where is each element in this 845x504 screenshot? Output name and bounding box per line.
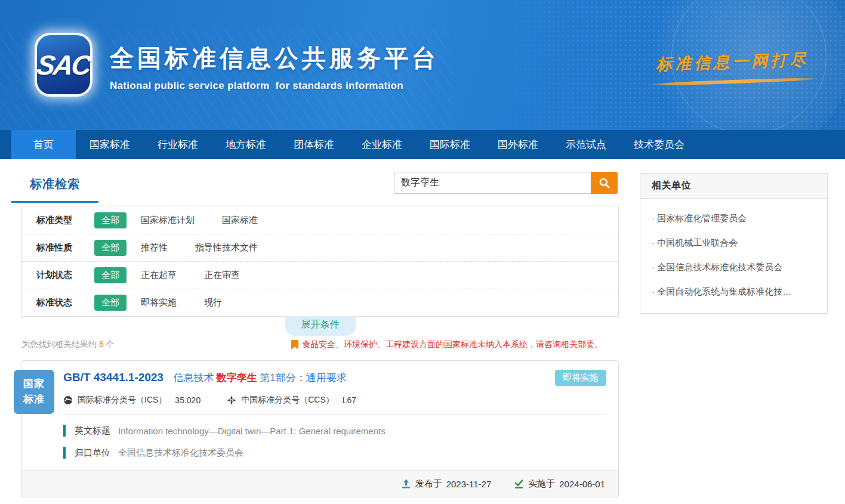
filter-option[interactable]: 指导性技术文件: [195, 242, 258, 253]
ics-value: 35.020: [175, 395, 201, 405]
result-count: 为您找到相关结果约 6 个: [21, 339, 115, 350]
ccs-label: 中国标准分类号（CCS）: [241, 395, 334, 406]
nav-item-2[interactable]: 国家标准: [76, 130, 144, 159]
nav-item-4[interactable]: 地方标准: [212, 130, 280, 159]
sac-logo[interactable]: SAC: [35, 33, 92, 97]
page: SAC 全国标准信息公共服务平台 National public service…: [0, 0, 845, 504]
nav-item-7[interactable]: 国际标准: [416, 130, 484, 159]
filter-row-label: 标准状态: [36, 297, 82, 308]
filter-option[interactable]: 国家标准: [222, 215, 258, 226]
related-units-title: 相关单位: [640, 174, 827, 199]
filter-row-1: 标准类型全部国家标准计划国家标准: [22, 206, 618, 234]
card-body: GB/T 43441.1-2023 信息技术 数字孪生 第1部分：通用要求 即将…: [22, 361, 618, 459]
site-title: 全国标准信息公共服务平台: [110, 42, 439, 75]
section-title-wrap: 标准检索: [11, 176, 98, 203]
main-content: 标准检索 标准类型全部国家标准计划国家标准标准性质全部推荐性指导性技术文件计划状…: [0, 159, 845, 497]
card-footer: 发布于 2023-11-27 实施于 2024-06-01: [22, 470, 618, 497]
search-group: [394, 172, 618, 194]
implemented-date: 2024-06-01: [559, 479, 605, 489]
filter-row-label: 标准类型: [36, 215, 82, 226]
standard-title-highlight[interactable]: 数字孪生: [217, 372, 257, 384]
right-sidebar: 相关单位 国家标准化管理委员会中国机械工业联合会全国信息技术标准化技术委员会全国…: [640, 172, 828, 497]
search-button[interactable]: [591, 172, 618, 194]
nav-item-3[interactable]: 行业标准: [144, 130, 212, 159]
standard-title-part2[interactable]: 第1部分：通用要求: [260, 372, 346, 384]
left-column: 标准检索 标准类型全部国家标准计划国家标准标准性质全部推荐性指导性技术文件计划状…: [21, 172, 619, 497]
filter-option[interactable]: 国家标准计划: [141, 215, 195, 226]
filter-all-button[interactable]: 全部: [94, 212, 127, 228]
page-title: 标准检索: [30, 177, 80, 190]
implement-check-icon: [514, 479, 524, 489]
ccs-value: L67: [343, 395, 356, 405]
sidebar-unit-link[interactable]: 全国自动化系统与集成标准化技…: [647, 286, 820, 298]
published-label: 发布于: [415, 478, 442, 490]
nav-item-9[interactable]: 示范试点: [552, 130, 620, 159]
filter-option[interactable]: 推荐性: [141, 242, 168, 253]
nav-item-6[interactable]: 企业标准: [348, 130, 416, 159]
standard-type-badge: 国家 标准: [14, 370, 54, 414]
bookmark-icon: [291, 340, 298, 350]
ics-meta: 国际标准分类号（ICS） 35.020: [63, 395, 201, 406]
site-header: SAC 全国标准信息公共服务平台 National public service…: [0, 0, 845, 130]
standard-title-row: GB/T 43441.1-2023 信息技术 数字孪生 第1部分：通用要求 即将…: [63, 371, 606, 385]
result-count-number: 6: [99, 339, 104, 349]
result-count-suffix: 个: [106, 339, 115, 349]
search-icon: [599, 177, 610, 189]
implemented-label: 实施于: [528, 478, 555, 490]
standard-info-row: 归口单位全国信息技术标准化技术委员会: [63, 447, 606, 459]
sac-logo-text: SAC: [35, 49, 92, 81]
nav-item-5[interactable]: 团体标准: [280, 130, 348, 159]
filter-option[interactable]: 即将实施: [141, 297, 177, 308]
filter-row-2: 标准性质全部推荐性指导性技术文件: [22, 234, 618, 261]
info-row-label: 归口单位: [75, 447, 110, 459]
teal-bar-decoration: [63, 447, 66, 459]
status-badge: 即将实施: [555, 370, 606, 386]
sidebar-unit-link[interactable]: 全国信息技术标准化技术委员会: [647, 262, 820, 273]
site-subtitle: National public service platform for sta…: [110, 80, 439, 92]
related-units-panel: 相关单位 国家标准化管理委员会中国机械工业联合会全国信息技术标准化技术委员会全国…: [640, 173, 828, 314]
main-nav: 首页国家标准行业标准地方标准团体标准企业标准国际标准国外标准示范试点技术委员会: [0, 130, 845, 159]
card-info-rows: 英文标题Information technology—Digital twin—…: [63, 425, 606, 459]
banner-slogan: 标准信息一网打尽: [647, 48, 818, 86]
filter-row-label: 计划状态: [36, 270, 82, 281]
classification-row: 国际标准分类号（ICS） 35.020 中国标准分类号（CCS） L67: [63, 395, 606, 406]
sidebar-unit-link[interactable]: 国家标准化管理委员会: [647, 213, 820, 224]
result-summary-row: 为您找到相关结果约 6 个 食品安全、环境保护、工程建设方面的国家标准未纳入本系…: [21, 339, 619, 350]
published-date-item: 发布于 2023-11-27: [401, 478, 492, 490]
site-title-block: 全国标准信息公共服务平台 National public service pla…: [110, 42, 439, 92]
info-row-label: 英文标题: [75, 425, 110, 437]
search-input[interactable]: [394, 172, 591, 194]
filter-option[interactable]: 正在审查: [204, 270, 240, 281]
standard-title-part1[interactable]: 信息技术: [173, 372, 214, 384]
nav-item-1[interactable]: 首页: [11, 130, 76, 159]
filter-all-button[interactable]: 全部: [94, 295, 127, 311]
system-notice: 食品安全、环境保护、工程建设方面的国家标准未纳入本系统，请咨询相关部委。: [291, 339, 603, 350]
publish-upload-icon: [401, 479, 411, 489]
badge-line2: 标准: [23, 392, 45, 407]
filter-option[interactable]: 现行: [204, 297, 222, 308]
nav-item-10[interactable]: 技术委员会: [620, 130, 698, 159]
filter-all-button[interactable]: 全部: [94, 267, 127, 283]
info-row-value: Information technology—Digital twin—Part…: [118, 426, 386, 436]
filter-all-button[interactable]: 全部: [94, 240, 127, 256]
ccs-meta: 中国标准分类号（CCS） L67: [227, 395, 356, 406]
ics-label: 国际标准分类号（ICS）: [78, 395, 166, 406]
expand-conditions-button[interactable]: 展开条件: [285, 316, 356, 336]
standard-info-row: 英文标题Information technology—Digital twin—…: [63, 425, 606, 437]
standard-card: 国家 标准 GB/T 43441.1-2023 信息技术 数字孪生 第1部分：通…: [21, 360, 619, 497]
published-date: 2023-11-27: [446, 479, 492, 489]
implemented-date-item: 实施于 2024-06-01: [514, 478, 605, 490]
teal-bar-decoration: [63, 425, 66, 437]
nav-item-8[interactable]: 国外标准: [484, 130, 552, 159]
sidebar-unit-link[interactable]: 中国机械工业联合会: [647, 237, 820, 249]
system-notice-text: 食品安全、环境保护、工程建设方面的国家标准未纳入本系统，请咨询相关部委。: [302, 339, 603, 350]
section-title-underline: [11, 201, 98, 203]
filter-option[interactable]: 正在起草: [141, 270, 177, 281]
standard-code-link[interactable]: GB/T 43441.1-2023: [63, 371, 164, 384]
result-count-prefix: 为您找到相关结果约: [21, 339, 97, 349]
search-section: 标准检索: [21, 172, 619, 206]
info-row-value: 全国信息技术标准化技术委员会: [118, 447, 243, 459]
expand-conditions-label: 展开条件: [301, 319, 340, 329]
filter-row-label: 标准性质: [36, 242, 82, 253]
filter-row-4: 标准状态全部即将实施现行: [22, 289, 618, 316]
